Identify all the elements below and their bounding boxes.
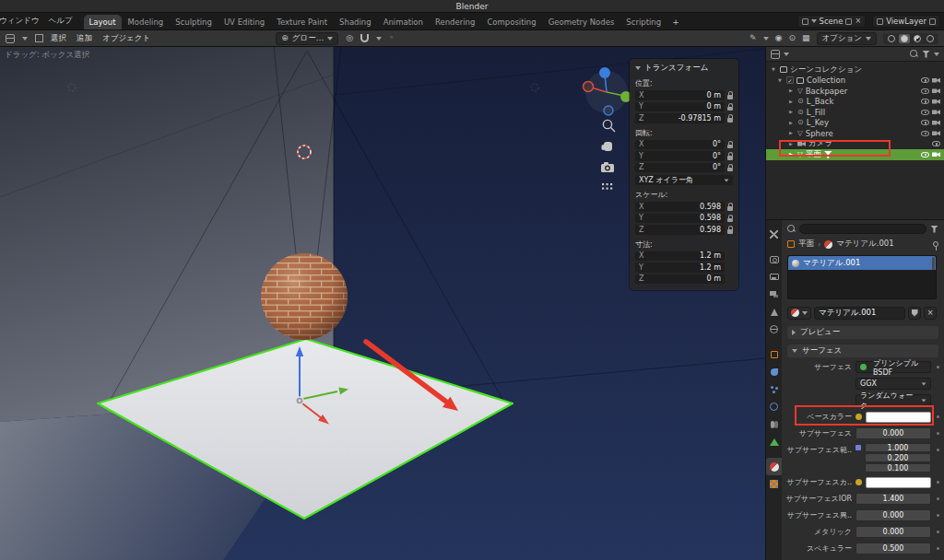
disclosure-icon[interactable]: ▶ <box>789 99 795 104</box>
search-input[interactable] <box>799 224 926 234</box>
tab-texture[interactable] <box>766 475 782 493</box>
menu-add[interactable]: 追加 <box>77 33 92 44</box>
outliner-row-scene-collection[interactable]: ▼ シーンコレクション <box>766 64 944 76</box>
tab-render[interactable] <box>766 251 782 268</box>
disclosure-icon[interactable]: ▼ <box>772 67 777 72</box>
disclosure-icon[interactable]: ▶ <box>789 142 795 146</box>
outliner-row-collection[interactable]: ▼ ✓ Collection <box>766 76 944 87</box>
decorator-dot[interactable] <box>937 432 939 435</box>
scale-x-field[interactable]: X0.598 <box>635 202 725 212</box>
decorator-dot[interactable] <box>937 415 939 418</box>
render-visibility-icon[interactable] <box>932 99 940 104</box>
lock-icon[interactable] <box>727 214 733 222</box>
hide-eye-icon[interactable] <box>932 141 940 146</box>
material-slot-selected[interactable]: マテリアル.001 <box>788 256 936 270</box>
radius-x-slider[interactable]: 1.000 <box>865 443 931 452</box>
dimensions-z-field[interactable]: Z0 m <box>635 274 725 285</box>
tab-material[interactable] <box>766 458 782 475</box>
shading-solid-button[interactable] <box>899 34 910 43</box>
shader-dropdown[interactable]: プリンシプルBSDF <box>856 361 931 373</box>
tab-modifiers[interactable] <box>766 363 782 380</box>
disclosure-icon[interactable]: ▼ <box>778 78 784 83</box>
tab-rendering[interactable]: Rendering <box>430 15 480 29</box>
decorator-dot[interactable] <box>937 481 939 484</box>
slot-list-scrollbar[interactable] <box>932 257 935 270</box>
disclosure-icon[interactable]: ▶ <box>789 110 795 114</box>
lock-icon[interactable] <box>727 102 733 111</box>
snap-magnet-icon[interactable] <box>360 34 369 42</box>
subsurface-ior-slider[interactable]: 1.400 <box>856 493 931 505</box>
tab-sculpting[interactable]: Sculpting <box>170 15 218 29</box>
add-workspace-button[interactable]: + <box>667 15 684 29</box>
collection-checkbox[interactable]: ✓ <box>786 76 794 84</box>
lock-icon[interactable] <box>727 91 733 99</box>
transform-panel-header[interactable]: トランスフォーム <box>635 63 733 74</box>
radius-y-slider[interactable]: 0.200 <box>865 453 931 462</box>
radius-z-slider[interactable]: 0.100 <box>865 463 931 472</box>
outliner-row-backpaper[interactable]: ▶ ▽ Backpaper <box>766 86 944 97</box>
n av-z-ball[interactable] <box>599 67 610 78</box>
nav-minus-z-ball[interactable] <box>604 106 613 115</box>
browse-material-button[interactable] <box>787 307 811 320</box>
lock-icon[interactable] <box>727 226 733 234</box>
annotate-tool-icon[interactable]: ✎ <box>749 34 757 42</box>
rotation-x-field[interactable]: X0° <box>635 140 725 150</box>
decorator-dot[interactable] <box>937 514 939 517</box>
disclosure-icon[interactable]: ▶ <box>789 121 795 125</box>
tab-layout[interactable]: Layout <box>84 15 122 29</box>
scene-selector[interactable]: Scene × <box>797 15 867 28</box>
tab-scripting[interactable]: Scripting <box>620 15 667 29</box>
shading-rendered-button[interactable] <box>925 34 936 43</box>
object-mode-icon[interactable] <box>35 34 43 42</box>
pin-icon[interactable] <box>933 241 938 247</box>
viewport-3d[interactable]: ドラッグ: ボックス選択 トランスフォーム 位置: X0 m Y0 m Z-0.… <box>0 47 765 560</box>
scale-y-field[interactable]: Y0.598 <box>635 214 725 224</box>
unlink-material-button[interactable]: × <box>924 307 937 320</box>
tab-output[interactable] <box>766 268 782 286</box>
hide-eye-icon[interactable] <box>921 99 929 104</box>
render-visibility-icon[interactable] <box>932 152 940 158</box>
location-z-field[interactable]: Z-0.97815 m <box>635 113 725 123</box>
material-name-field[interactable]: マテリアル.001 <box>814 307 905 320</box>
distribution-dropdown[interactable]: GGX <box>856 378 931 390</box>
lock-icon[interactable] <box>727 114 733 122</box>
tab-texture-paint[interactable]: Texture Paint <box>271 15 333 29</box>
tab-view-layer[interactable] <box>766 286 782 303</box>
hide-eye-icon[interactable] <box>921 77 929 83</box>
tab-scene[interactable] <box>766 303 782 321</box>
subsurface-slider[interactable]: 0.000 <box>856 427 931 439</box>
subsurface-anisotropy-slider[interactable]: 0.000 <box>856 509 931 521</box>
location-x-field[interactable]: X0 m <box>635 90 725 100</box>
outliner-row-l-fill[interactable]: ▶ ⊙ L_Fill <box>766 107 944 118</box>
tab-animation[interactable]: Animation <box>378 15 429 29</box>
material-slot-list[interactable]: マテリアル.001 <box>787 255 937 299</box>
menu-help[interactable]: ヘルプ <box>45 15 77 28</box>
proportional-edit-icon[interactable]: ◦ <box>389 34 394 42</box>
lock-icon[interactable] <box>727 140 733 148</box>
tab-constraints[interactable] <box>766 415 782 433</box>
decorator-dot[interactable] <box>937 366 939 368</box>
rotation-y-field[interactable]: Y0° <box>635 151 725 161</box>
breadcrumb-material[interactable]: マテリアル.001 <box>836 239 893 250</box>
tab-object-data[interactable] <box>766 433 782 450</box>
breadcrumb-object[interactable]: 平面 <box>798 239 814 250</box>
hide-eye-icon[interactable] <box>921 131 929 136</box>
render-visibility-icon[interactable] <box>932 88 940 94</box>
decorator-dot[interactable] <box>937 497 939 500</box>
gizmo-toggle-icon[interactable]: ⊙ <box>788 34 796 42</box>
menu-window[interactable]: ウィンドウ <box>0 15 43 28</box>
tab-shading[interactable]: Shading <box>334 15 377 29</box>
lock-icon[interactable] <box>727 152 733 160</box>
rotation-z-field[interactable]: Z0° <box>635 163 725 173</box>
scale-z-field[interactable]: Z0.598 <box>635 225 725 235</box>
metallic-slider[interactable]: 0.000 <box>856 526 931 538</box>
overlays-toggle-icon[interactable]: ▦ <box>802 34 810 42</box>
tab-geometry-nodes[interactable]: Geometry Nodes <box>543 15 620 29</box>
render-visibility-icon[interactable] <box>932 131 940 136</box>
outliner-row-sphere[interactable]: ▶ ▽ Sphere <box>766 128 944 139</box>
lock-icon[interactable] <box>727 203 733 211</box>
disclosure-icon[interactable]: ▶ <box>789 152 795 157</box>
location-y-field[interactable]: Y0 m <box>635 102 725 112</box>
hide-eye-icon[interactable] <box>921 152 929 158</box>
render-visibility-icon[interactable] <box>932 110 940 115</box>
